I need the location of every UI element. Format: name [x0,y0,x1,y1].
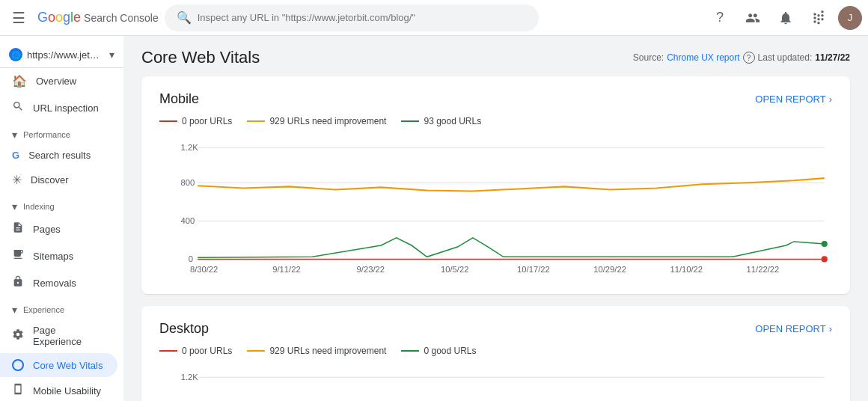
sidebar-item-label: URL inspection [33,102,99,114]
orange-line [198,178,825,191]
svg-text:11/10/22: 11/10/22 [670,265,703,274]
sidebar-item-mobile-usability[interactable]: Mobile Usability [0,377,117,401]
legend-item-poor: 0 poor URLs [159,346,232,356]
sitemaps-icon [12,248,24,263]
sidebar-item-label: Overview [36,76,76,87]
site-icon: 🌐 [9,48,22,61]
pages-icon [12,221,24,236]
google-g-icon: G [12,150,19,161]
sidebar-item-label: Pages [33,224,61,235]
removals-icon [12,275,24,290]
performance-section[interactable]: ▾ Performance [0,121,123,144]
mobile-icon [12,383,24,398]
page-experience-icon [12,328,24,343]
search-bar[interactable]: 🔍 [165,4,539,31]
main-content: Core Web Vitals Source: Chrome UX report… [123,36,868,401]
mobile-legend: 0 poor URLs 929 URLs need improvement 93… [159,116,832,126]
desktop-chart: 1.2K 800 400 [159,368,832,401]
page-meta: Source: Chrome UX report ? Last updated:… [633,52,850,64]
notifications-icon[interactable] [772,4,799,31]
sidebar-item-url-inspection[interactable]: URL inspection [0,94,117,121]
sidebar-item-sitemaps[interactable]: Sitemaps [0,242,117,269]
source-label: Source: [633,52,664,63]
card-title: Mobile [159,91,199,107]
card-header: Desktop OPEN REPORT › [159,321,832,337]
product-name: Search Console [84,12,159,24]
sidebar: 🌐 https://www.jetorbit... ▾ 🏠 Overview U… [0,36,123,401]
green-dot [822,241,828,247]
topbar: ☰ Google Search Console 🔍 ? J [0,0,868,36]
svg-text:800: 800 [181,178,195,187]
logo-text: Google [37,10,81,25]
legend-line-green [401,350,419,352]
legend-item-improvement: 929 URLs need improvement [247,346,386,356]
mobile-chart-svg: 1.2K 800 400 0 [159,138,832,276]
help-icon[interactable]: ? [706,4,733,31]
mobile-card: Mobile OPEN REPORT › 0 poor URLs 929 URL… [141,76,850,294]
legend-label: 0 good URLs [424,346,476,356]
chevron-icon: ▾ [12,304,17,316]
legend-item-poor: 0 poor URLs [159,116,232,126]
svg-text:400: 400 [181,216,195,225]
sidebar-item-pages[interactable]: Pages [0,215,117,242]
search-icon-sidebar [12,100,24,115]
sidebar-item-label: Removals [33,278,76,289]
sidebar-item-label: Search results [28,150,91,161]
legend-label: 0 poor URLs [182,346,232,356]
sidebar-item-label: Sitemaps [33,251,73,262]
chevron-right-icon: › [829,94,832,105]
green-line [198,238,825,258]
svg-text:1.2K: 1.2K [181,373,199,382]
legend-line-red [159,350,177,352]
site-selector[interactable]: 🌐 https://www.jetorbit... ▾ [0,42,123,68]
indexing-section[interactable]: ▾ Indexing [0,193,123,215]
section-label: Indexing [23,202,55,211]
accounts-icon[interactable] [739,4,766,31]
sidebar-item-core-web-vitals[interactable]: Core Web Vitals [0,353,117,377]
svg-text:8/30/22: 8/30/22 [190,265,218,274]
svg-text:11/22/22: 11/22/22 [747,265,780,274]
legend-label: 93 good URLs [424,116,481,126]
desktop-chart-svg: 1.2K 800 400 [159,368,832,401]
sidebar-item-label: Mobile Usability [33,385,101,397]
legend-line-orange [247,120,265,122]
logo: Google Search Console [37,10,159,25]
open-report-button-desktop[interactable]: OPEN REPORT › [755,323,832,334]
legend-label: 0 poor URLs [182,116,232,126]
legend-line-green [401,120,419,122]
desktop-legend: 0 poor URLs 929 URLs need improvement 0 … [159,346,832,356]
sidebar-item-label: Core Web Vitals [33,360,103,371]
site-selector-text: https://www.jetorbit... [27,49,105,61]
legend-item-improvement: 929 URLs need improvement [247,116,386,126]
open-report-button[interactable]: OPEN REPORT › [755,94,832,105]
svg-text:10/5/22: 10/5/22 [441,265,468,274]
avatar[interactable]: J [838,6,862,30]
sidebar-item-label: Discover [31,174,69,186]
svg-text:9/11/22: 9/11/22 [272,265,300,274]
experience-section[interactable]: ▾ Experience [0,296,123,319]
search-input[interactable] [198,12,527,23]
chevron-icon: ▾ [12,129,17,141]
open-report-label: OPEN REPORT [755,94,825,105]
section-label: Performance [23,130,70,139]
section-label: Experience [23,305,64,314]
sidebar-item-removals[interactable]: Removals [0,269,117,296]
source-link[interactable]: Chrome UX report [667,52,739,63]
legend-item-good: 93 good URLs [401,116,481,126]
menu-icon[interactable]: ☰ [6,3,31,33]
main-header: Core Web Vitals Source: Chrome UX report… [141,36,850,76]
sidebar-item-page-experience[interactable]: Page Experience [0,319,117,353]
help-icon-small[interactable]: ? [743,52,755,64]
topbar-actions: ? J [706,4,862,31]
page-title: Core Web Vitals [141,48,260,67]
legend-line-red [159,120,177,122]
last-updated-label: Last updated: [758,52,813,63]
svg-text:10/29/22: 10/29/22 [593,265,626,274]
sidebar-item-discover[interactable]: ✳ Discover [0,167,117,193]
apps-icon[interactable] [805,4,832,31]
svg-text:0: 0 [189,254,193,263]
sidebar-item-overview[interactable]: 🏠 Overview [0,68,117,94]
sidebar-item-search-results[interactable]: G Search results [0,144,117,167]
sidebar-item-label: Page Experience [33,325,106,347]
mobile-chart: 1.2K 800 400 0 [159,138,832,279]
